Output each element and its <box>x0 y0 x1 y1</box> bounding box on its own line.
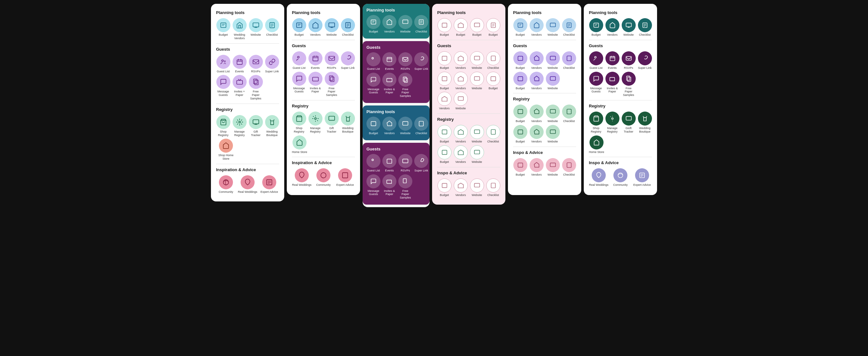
list-item[interactable]: Vendors <box>529 158 544 177</box>
list-item[interactable]: Budget <box>589 18 603 37</box>
list-item[interactable]: Budget <box>437 125 452 143</box>
list-item[interactable]: Wedding Vendors <box>232 18 247 40</box>
list-item[interactable]: Manage Registry <box>605 112 619 134</box>
list-item[interactable]: Expert Advice <box>632 168 652 187</box>
list-item[interactable]: Free Paper Samples <box>324 72 339 97</box>
list-item[interactable]: Super Link <box>638 51 652 70</box>
list-item[interactable]: Super Link <box>414 154 428 172</box>
list-item[interactable]: Invites & Paper <box>382 73 396 98</box>
list-item[interactable]: Website <box>546 105 560 123</box>
list-item[interactable]: Website <box>546 18 560 37</box>
list-item[interactable]: Website <box>249 18 263 40</box>
list-item[interactable]: Free Paper Samples <box>621 72 636 97</box>
list-item[interactable]: RSVPs <box>398 52 412 71</box>
list-item[interactable]: Invites & Paper <box>605 72 619 97</box>
list-item[interactable]: Website <box>621 18 636 37</box>
list-item[interactable]: Events <box>382 154 396 172</box>
list-item[interactable]: Wedding Boutique <box>265 115 279 137</box>
list-item[interactable]: Budget <box>486 72 500 90</box>
list-item[interactable]: Vendors <box>529 72 544 90</box>
list-item[interactable]: Gioft Tracker <box>621 112 636 134</box>
list-item[interactable]: Budget <box>454 18 468 37</box>
list-item[interactable]: Vendors <box>382 15 396 33</box>
list-item[interactable]: Budget <box>513 51 527 70</box>
list-item[interactable]: Checklist <box>562 105 576 123</box>
list-item[interactable]: Vendors <box>529 51 544 70</box>
list-item[interactable]: Website <box>546 158 560 177</box>
list-item[interactable]: RSVPs <box>324 51 339 70</box>
list-item[interactable]: RSVPs <box>249 55 263 73</box>
list-item[interactable]: Vendors <box>382 117 396 135</box>
list-item[interactable]: Vendors <box>529 18 544 37</box>
list-item[interactable]: Budget <box>216 18 230 40</box>
list-item[interactable]: Super Link <box>341 51 355 70</box>
list-item[interactable]: Checklist <box>486 125 500 143</box>
list-item[interactable]: Budget <box>513 158 527 177</box>
list-item[interactable]: Community <box>611 168 630 187</box>
list-item[interactable]: Message Guests <box>367 73 380 98</box>
list-item[interactable]: Community <box>216 175 236 194</box>
list-item[interactable]: Budget <box>437 72 452 90</box>
list-item[interactable]: Super Link <box>414 52 428 71</box>
list-item[interactable]: Vendors <box>454 178 468 197</box>
list-item[interactable]: Invites & Paper <box>382 174 396 200</box>
list-item[interactable]: Vendors <box>454 145 468 164</box>
list-item[interactable]: Website <box>398 117 412 135</box>
list-item[interactable]: Expert Advice <box>335 168 355 187</box>
list-item[interactable]: Manage Registry <box>308 112 322 134</box>
list-item[interactable]: Checklist <box>486 178 500 197</box>
list-item[interactable]: Vendors <box>437 92 452 110</box>
list-item[interactable]: Shop Registry <box>292 112 306 134</box>
list-item[interactable]: Website <box>470 178 484 197</box>
list-item[interactable]: Community <box>314 168 333 187</box>
list-item[interactable]: Message Guests <box>589 72 603 97</box>
list-item[interactable]: Gift Tracker <box>249 115 263 137</box>
list-item[interactable]: Guest List <box>292 51 306 70</box>
list-item[interactable]: Guest List <box>367 154 380 172</box>
list-item[interactable]: Budget <box>437 178 452 197</box>
list-item[interactable]: Website <box>454 92 468 110</box>
list-item[interactable]: Events <box>308 51 322 70</box>
list-item[interactable]: Budget <box>367 117 380 135</box>
list-item[interactable]: Shop Registry <box>589 112 603 134</box>
list-item[interactable]: Website <box>470 72 484 90</box>
list-item[interactable]: Vendors <box>529 105 544 123</box>
list-item[interactable]: Budget <box>367 15 380 33</box>
list-item[interactable]: Budget <box>470 18 484 37</box>
list-item[interactable]: Budget <box>437 51 452 70</box>
list-item[interactable]: Vendors <box>308 18 322 37</box>
list-item[interactable]: Checklist <box>265 18 279 40</box>
list-item[interactable]: Shop Home Store <box>216 139 236 160</box>
list-item[interactable]: Real Weddings <box>238 175 257 194</box>
list-item[interactable]: Message Guests <box>292 72 306 97</box>
list-item[interactable]: Guest List <box>216 55 230 73</box>
list-item[interactable]: Vendors <box>454 51 468 70</box>
list-item[interactable]: Expert Advice <box>259 175 279 194</box>
list-item[interactable]: Guest List <box>589 51 603 70</box>
list-item[interactable]: Website <box>546 72 560 90</box>
list-item[interactable]: Events <box>382 52 396 71</box>
list-item[interactable]: Vendors <box>529 125 544 143</box>
list-item[interactable]: Vendors <box>454 125 468 143</box>
list-item[interactable]: Guest List <box>367 52 380 71</box>
list-item[interactable]: Checklist <box>562 51 576 70</box>
list-item[interactable]: Website <box>546 125 560 143</box>
list-item[interactable]: Manage Registry <box>232 115 247 137</box>
list-item[interactable]: Website <box>324 18 339 37</box>
list-item[interactable]: Events <box>605 51 619 70</box>
list-item[interactable]: Free Paper Samples <box>398 174 412 200</box>
list-item[interactable]: Home Store <box>292 136 307 154</box>
list-item[interactable]: Vendors <box>605 18 619 37</box>
list-item[interactable]: Checklist <box>341 18 355 37</box>
list-item[interactable]: Invites & Paper <box>308 72 322 97</box>
list-item[interactable]: Budget <box>513 18 527 37</box>
list-item[interactable]: Website <box>470 125 484 143</box>
list-item[interactable]: Super Link <box>265 55 279 73</box>
list-item[interactable]: Wedding Boutique <box>341 112 355 134</box>
list-item[interactable]: RSVPs <box>621 51 636 70</box>
list-item[interactable]: Budget <box>292 18 306 37</box>
list-item[interactable]: Free Paper Samples <box>249 75 263 100</box>
list-item[interactable]: Checklist <box>414 15 428 33</box>
list-item[interactable]: RSVPs <box>398 154 412 172</box>
list-item[interactable]: Website <box>470 51 484 70</box>
